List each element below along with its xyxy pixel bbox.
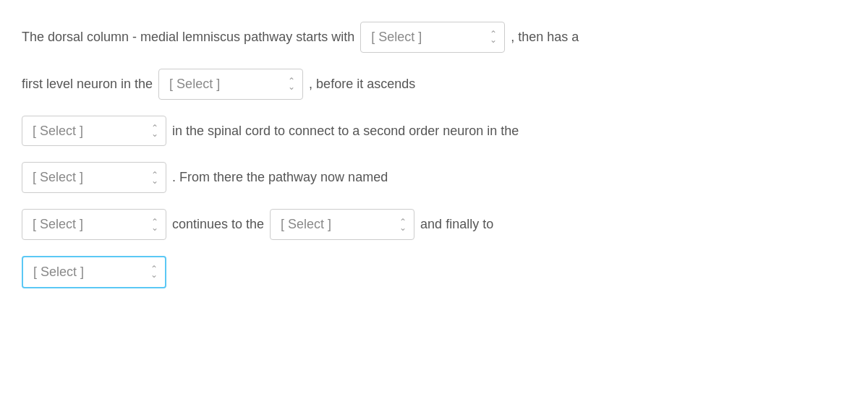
row-4: [ Select ] [ Select ] . From there the p… [22, 162, 846, 193]
row-3: [ Select ] [ Select ] in the spinal cord… [22, 116, 846, 147]
select-wrapper-4[interactable]: [ Select ] [ Select ] [22, 162, 166, 193]
and-finally-text: and finally to [420, 214, 493, 235]
from-there-text: . From there the pathway now named [172, 167, 388, 188]
continues-text: continues to the [172, 214, 264, 235]
select-wrapper-6[interactable]: [ Select ] [ Select ] [270, 209, 414, 240]
intro-text: The dorsal column - medial lemniscus pat… [22, 27, 354, 48]
spinal-cord-text: in the spinal cord to connect to a secon… [172, 121, 519, 142]
row-2: first level neuron in the [ Select ] [ S… [22, 69, 846, 100]
select-wrapper-1[interactable]: [ Select ] [ Select ] [360, 22, 505, 53]
select-wrapper-3[interactable]: [ Select ] [ Select ] [22, 116, 166, 147]
select-wrapper-2[interactable]: [ Select ] [ Select ] [158, 69, 303, 100]
then-has-text: , then has a [511, 27, 579, 48]
row-1: The dorsal column - medial lemniscus pat… [22, 22, 846, 53]
first-level-text: first level neuron in the [22, 74, 153, 95]
row-6: [ Select ] [ Select ] [22, 256, 846, 288]
select-wrapper-7[interactable]: [ Select ] [ Select ] [22, 256, 166, 288]
row-5: [ Select ] [ Select ] continues to the [… [22, 209, 846, 240]
before-ascends-text: , before it ascends [309, 74, 415, 95]
select-wrapper-5[interactable]: [ Select ] [ Select ] [22, 209, 166, 240]
